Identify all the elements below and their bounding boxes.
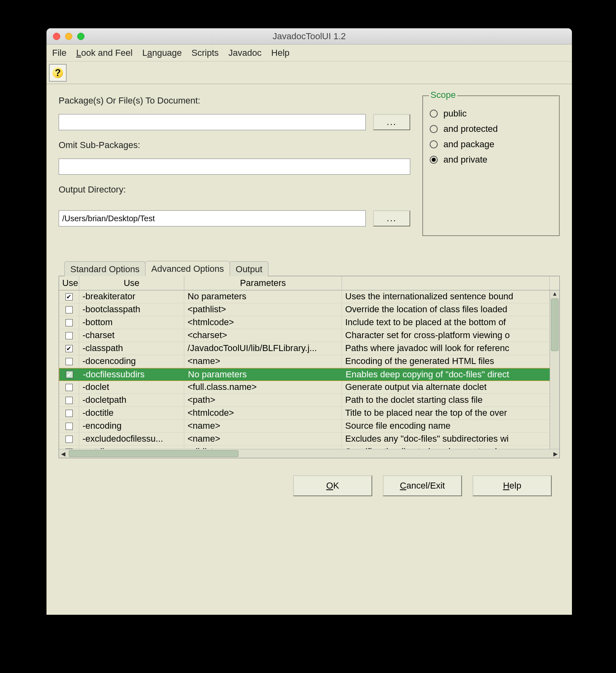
scope-legend: Scope <box>429 90 457 100</box>
col-description[interactable] <box>342 276 550 290</box>
radio-icon[interactable] <box>430 140 438 148</box>
col-parameters[interactable]: Parameters <box>184 276 342 290</box>
radio-icon[interactable] <box>430 156 438 164</box>
option-name: -excludedocfilessu... <box>79 433 184 445</box>
use-checkbox[interactable] <box>65 358 73 365</box>
use-checkbox[interactable] <box>65 384 73 391</box>
options-table: Use Use Parameters ✔-breakiteratorNo par… <box>59 276 560 458</box>
menu-language[interactable]: Language <box>142 48 182 58</box>
option-description: Encoding of the generated HTML files <box>342 355 550 368</box>
tab-advanced-options[interactable]: Advanced Options <box>145 261 230 276</box>
table-row[interactable]: -bottom<htmlcode>Include text to be plac… <box>59 316 559 329</box>
use-checkbox[interactable] <box>65 306 73 313</box>
ok-button[interactable]: OK <box>293 475 372 496</box>
option-description: Uses the internationalized sentence boun… <box>342 290 550 303</box>
scope-option-and-private[interactable]: and private <box>430 154 553 165</box>
option-description: Enables deep copying of "doc-files" dire… <box>342 368 549 381</box>
use-checkbox[interactable] <box>65 410 73 417</box>
option-parameters[interactable]: <path> <box>184 394 342 406</box>
table-row[interactable]: -docletpath<path>Path to the doclet star… <box>59 394 559 407</box>
option-name: -doctitle <box>79 407 184 419</box>
scope-option-public[interactable]: public <box>430 108 553 119</box>
option-parameters[interactable]: /JavadocToolUI/lib/BLFLibrary.j... <box>184 342 342 355</box>
option-description: Include text to be placed at the bottom … <box>342 316 550 329</box>
option-description: Excludes any "doc-files" subdirectories … <box>342 433 550 445</box>
scope-option-and-package[interactable]: and package <box>430 139 553 150</box>
option-name: -breakiterator <box>79 290 184 303</box>
tab-output[interactable]: Output <box>230 261 268 276</box>
help-button[interactable]: Help <box>473 475 552 496</box>
scroll-thumb[interactable] <box>551 298 559 351</box>
scope-label: and private <box>443 154 487 165</box>
output-dir-label: Output Directory: <box>59 184 410 195</box>
option-parameters[interactable]: No parameters <box>184 290 342 303</box>
option-description: Override the location of class files loa… <box>342 303 550 316</box>
use-checkbox[interactable] <box>65 332 73 339</box>
option-description: Source file encoding name <box>342 420 550 432</box>
option-description: Character set for cross-platform viewing… <box>342 329 550 342</box>
horizontal-scrollbar[interactable]: ◀ ▶ <box>59 449 559 458</box>
scroll-right-icon[interactable]: ▶ <box>551 449 559 458</box>
option-parameters[interactable]: <name> <box>184 355 342 368</box>
radio-icon[interactable] <box>430 110 438 118</box>
vertical-scrollbar[interactable]: ▲ <box>550 290 559 449</box>
use-checkbox[interactable] <box>65 397 73 404</box>
output-dir-input[interactable] <box>59 210 366 226</box>
table-row[interactable]: -charset<charset>Character set for cross… <box>59 329 559 342</box>
option-parameters[interactable]: <dirlist> <box>184 446 342 449</box>
packages-input[interactable] <box>59 114 366 130</box>
option-description: Paths where javadoc will look for refere… <box>342 342 550 355</box>
option-parameters[interactable]: <full.class.name> <box>184 381 342 394</box>
table-row[interactable]: -doctitle<htmlcode>Title to be placed ne… <box>59 407 559 420</box>
use-checkbox[interactable]: ✔ <box>65 293 73 301</box>
scroll-left-icon[interactable]: ◀ <box>59 449 67 458</box>
option-parameters[interactable]: <htmlcode> <box>184 407 342 419</box>
table-row[interactable]: -extdirs<dirlist>Specifies the directori… <box>59 446 559 449</box>
use-checkbox[interactable] <box>65 423 73 430</box>
radio-icon[interactable] <box>430 125 438 133</box>
option-name: -bottom <box>79 316 184 329</box>
option-parameters[interactable]: <pathlist> <box>184 303 342 316</box>
table-row[interactable]: -doclet<full.class.name>Generate output … <box>59 381 559 394</box>
toolbar-help-button[interactable]: ? <box>49 64 67 82</box>
menu-javadoc[interactable]: Javadoc <box>228 48 262 58</box>
menu-look-and-feel[interactable]: Look and Feel <box>76 48 132 58</box>
col-use-check[interactable]: Use <box>59 276 79 290</box>
table-row[interactable]: -bootclasspath<pathlist>Override the loc… <box>59 303 559 316</box>
scope-group: Scope publicand protectedand packageand … <box>422 95 560 236</box>
output-dir-browse-button[interactable]: ... <box>373 210 410 226</box>
table-row[interactable]: ✔-classpath/JavadocToolUI/lib/BLFLibrary… <box>59 342 559 355</box>
scope-label: and protected <box>443 124 498 134</box>
omit-input[interactable] <box>59 159 410 175</box>
scope-option-and-protected[interactable]: and protected <box>430 124 553 134</box>
option-parameters[interactable]: <htmlcode> <box>184 316 342 329</box>
option-parameters[interactable]: No parameters <box>185 368 342 381</box>
use-checkbox[interactable]: ✔ <box>66 371 73 378</box>
menu-scripts[interactable]: Scripts <box>192 48 219 58</box>
option-description: Generate output via alternate doclet <box>342 381 550 394</box>
option-parameters[interactable]: <charset> <box>184 329 342 342</box>
option-name: -doclet <box>79 381 184 394</box>
scroll-up-icon[interactable]: ▲ <box>550 290 559 298</box>
table-row[interactable]: -encoding<name>Source file encoding name <box>59 420 559 433</box>
hscroll-thumb[interactable] <box>69 450 238 457</box>
menu-help[interactable]: Help <box>271 48 289 58</box>
cancel-button[interactable]: Cancel/Exit <box>383 475 462 496</box>
tab-standard-options[interactable]: Standard Options <box>64 261 146 276</box>
use-checkbox[interactable] <box>65 436 73 443</box>
app-window: JavadocToolUI 1.2 File Look and Feel Lan… <box>46 28 572 615</box>
table-row[interactable]: -docencoding<name>Encoding of the genera… <box>59 355 559 368</box>
packages-browse-button[interactable]: ... <box>373 114 410 130</box>
option-description: Title to be placed near the top of the o… <box>342 407 550 419</box>
table-row[interactable]: ✔-breakiteratorNo parametersUses the int… <box>59 290 559 303</box>
table-row[interactable]: ✔-docfilessubdirsNo parametersEnables de… <box>59 368 559 381</box>
help-icon: ? <box>53 68 63 78</box>
option-parameters[interactable]: <name> <box>184 420 342 432</box>
use-checkbox[interactable]: ✔ <box>65 345 73 352</box>
option-parameters[interactable]: <name> <box>184 433 342 445</box>
col-option[interactable]: Use <box>79 276 184 290</box>
table-row[interactable]: -excludedocfilessu...<name>Excludes any … <box>59 433 559 446</box>
use-checkbox[interactable] <box>65 319 73 326</box>
option-name: -charset <box>79 329 184 342</box>
menu-file[interactable]: File <box>52 48 66 58</box>
